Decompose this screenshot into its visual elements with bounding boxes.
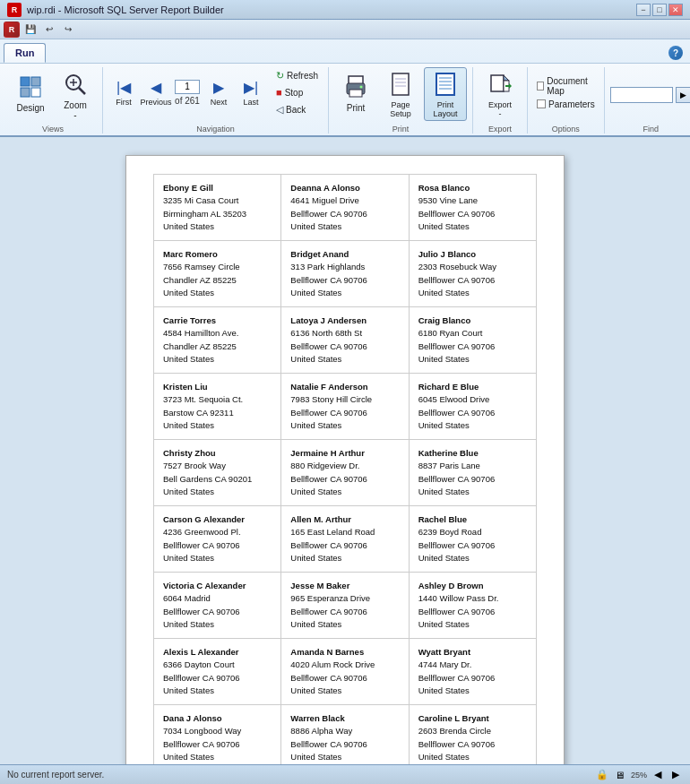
find-go-button[interactable]: ▶	[676, 87, 690, 103]
total-pages: of 261	[175, 96, 200, 106]
parameters-button[interactable]: Parameters	[533, 96, 599, 112]
next-button[interactable]: ▶ Next	[203, 71, 234, 114]
page-nav-center: of 261	[173, 76, 202, 109]
close-button[interactable]: ✕	[668, 4, 683, 16]
report-grid: Ebony E Gill3235 Mi Casa CourtBirmingham…	[153, 174, 537, 783]
svg-rect-21	[491, 75, 504, 91]
svg-rect-2	[21, 88, 30, 97]
table-row: Marc Romero7656 Ramsey CircleChandler AZ…	[154, 241, 281, 307]
last-label: Last	[243, 98, 258, 107]
previous-label: Previous	[141, 98, 172, 107]
undo-button[interactable]: ↩	[41, 22, 57, 38]
ribbon-content: Design Zoom - Views	[0, 63, 690, 135]
status-scroll-left[interactable]: ◀	[651, 768, 665, 782]
svg-rect-12	[392, 73, 409, 95]
print-label: Print	[347, 103, 366, 113]
design-button[interactable]: Design	[9, 67, 52, 117]
table-row: Allen M. Arthur165 East Leland RoadBellf…	[281, 506, 409, 573]
table-row: Carson G Alexander4236 Greenwood Pl.Bell…	[154, 506, 281, 573]
first-button[interactable]: |◀ First	[108, 71, 139, 114]
svg-marker-22	[504, 75, 509, 81]
ribbon-group-navigation: |◀ First ◀ Previous of 261 ▶ Next	[107, 67, 329, 134]
status-icon-server: 🖥	[613, 768, 627, 782]
previous-button[interactable]: ◀ Previous	[141, 71, 171, 114]
status-icon-lock: 🔒	[595, 768, 609, 782]
help-button[interactable]: ?	[668, 46, 683, 60]
back-label: Back	[286, 105, 306, 115]
export-button[interactable]: Export -	[479, 67, 522, 121]
print-layout-icon	[431, 70, 460, 99]
table-row: Alexis L Alexander6366 Dayton CourtBellf…	[154, 639, 281, 705]
find-label: Find	[610, 125, 690, 134]
status-text: No current report server.	[7, 770, 104, 780]
stop-label: Stop	[285, 88, 304, 98]
table-row: Bridget Anand313 Park HighlandsBellflowe…	[281, 241, 409, 307]
table-row: Warren Black8886 Alpha WayBellflower CA …	[281, 705, 409, 771]
table-row: Craig Blanco6180 Ryan CourtBellflower CA…	[410, 307, 537, 374]
page-setup-button[interactable]: Page Setup	[379, 67, 422, 121]
quick-access-toolbar: R 💾 ↩ ↪	[0, 20, 690, 39]
svg-marker-25	[509, 83, 512, 89]
table-row: Natalie F Anderson7983 Stony Hill Circle…	[281, 374, 409, 440]
print-layout-button[interactable]: Print Layout	[424, 67, 467, 121]
stop-icon: ■	[276, 87, 282, 98]
ribbon-group-options: Document Map Parameters Options	[531, 67, 605, 134]
app-icon: R	[7, 3, 22, 17]
minimize-button[interactable]: −	[636, 4, 651, 16]
design-label: Design	[16, 103, 44, 113]
print-layout-label: Print Layout	[434, 100, 458, 118]
save-button[interactable]: 💾	[22, 22, 39, 38]
refresh-button[interactable]: ↻ Refresh	[272, 67, 323, 83]
table-row: Deanna A Alonso4641 Miguel DriveBellflow…	[281, 175, 409, 241]
find-items: ▶	[610, 67, 690, 123]
app-menu-button[interactable]: R	[4, 22, 20, 38]
table-row: Julio J Blanco2303 Rosebuck WayBellflowe…	[410, 241, 537, 307]
table-row: Jesse M Baker965 Esperanza DriveBellflow…	[281, 573, 409, 639]
svg-point-11	[360, 85, 363, 88]
find-area: ▶	[610, 87, 690, 103]
next-icon: ▶	[213, 79, 224, 96]
title-bar-left: R wip.rdi - Microsoft SQL Server Report …	[7, 3, 224, 17]
views-label: Views	[9, 125, 97, 134]
table-row: Jermaine H Arthur880 Ridgeview Dr.Bellfl…	[281, 440, 409, 506]
page-number-input[interactable]	[175, 80, 200, 94]
first-icon: |◀	[116, 79, 131, 96]
views-items: Design Zoom -	[9, 67, 97, 123]
document-map-button[interactable]: Document Map	[533, 78, 599, 94]
params-checkbox	[537, 99, 546, 108]
zoom-button[interactable]: Zoom -	[54, 67, 97, 123]
ribbon-group-find: ▶ Find	[608, 67, 690, 134]
table-row: Carrie Torres4584 Hamillton Ave.Chandler…	[154, 307, 281, 374]
title-bar-buttons: − □ ✕	[636, 4, 683, 16]
zoom-percent: 25%	[631, 771, 647, 780]
maximize-button[interactable]: □	[652, 4, 667, 16]
print-icon	[341, 73, 370, 101]
table-row: Ebony E Gill3235 Mi Casa CourtBirmingham…	[154, 175, 281, 241]
options-label: Options	[533, 125, 599, 134]
navigation-label: Navigation	[108, 125, 323, 134]
docmap-label: Document Map	[547, 76, 594, 96]
title-bar: R wip.rdi - Microsoft SQL Server Report …	[0, 0, 690, 20]
table-row: Amanda N Barnes4020 Alum Rock DriveBellf…	[281, 639, 409, 705]
status-scroll-right[interactable]: ▶	[668, 768, 683, 782]
stop-button[interactable]: ■ Stop	[272, 84, 323, 100]
print-label: Print	[334, 125, 467, 134]
find-input[interactable]	[610, 87, 673, 103]
next-label: Next	[211, 98, 228, 107]
back-button[interactable]: ◁ Back	[272, 101, 323, 117]
table-row: Victoria C Alexander6064 MadridBellflowe…	[154, 573, 281, 639]
navigation-items: |◀ First ◀ Previous of 261 ▶ Next	[108, 67, 323, 123]
print-items: Print Page Setup	[334, 67, 467, 123]
ribbon-group-views: Design Zoom - Views	[7, 67, 103, 134]
svg-rect-0	[21, 77, 30, 86]
ribbon-group-print: Print Page Setup	[332, 67, 473, 134]
table-row: Ashley D Brown1440 Willow Pass Dr.Bellfl…	[410, 573, 537, 639]
redo-button[interactable]: ↪	[60, 22, 76, 38]
table-row: Wyatt Bryant4744 Mary Dr.Bellflower CA 9…	[410, 639, 537, 705]
last-button[interactable]: ▶| Last	[236, 71, 266, 114]
ribbon-group-export: Export - Export	[477, 67, 528, 134]
export-label: Export	[479, 125, 522, 134]
tab-run[interactable]: Run	[4, 43, 46, 63]
print-button[interactable]: Print	[334, 67, 377, 117]
first-label: First	[116, 98, 132, 107]
